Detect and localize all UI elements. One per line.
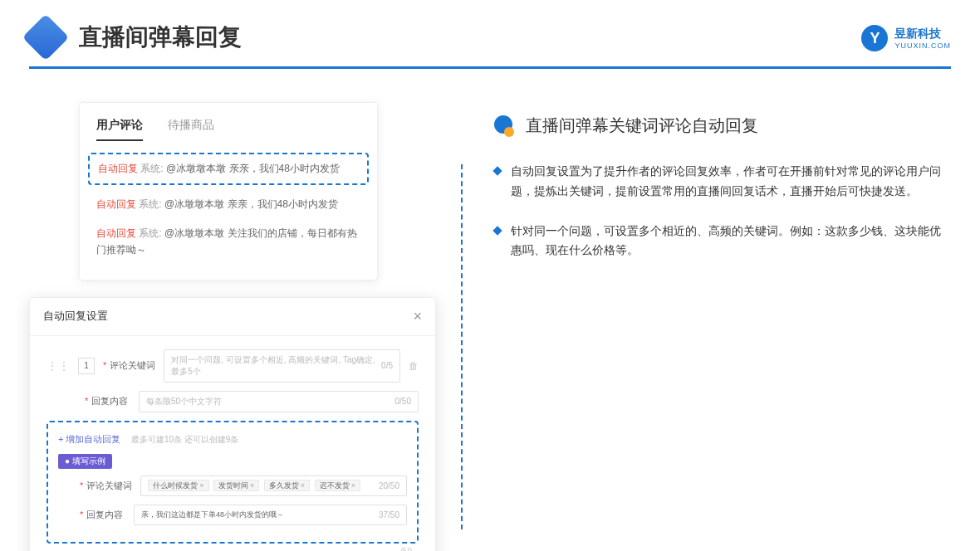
keyword-chip: 迟不发货×	[315, 480, 360, 491]
example-section: + 增加自动回复 最多可建10条 还可以创建9条 ● 填写示例 *评论关键词 什…	[47, 421, 419, 544]
bullet-item: 针对同一个问题，可设置多个相近的、高频的关键词。例如：这款多少钱、这块能优惠吗、…	[494, 222, 951, 261]
auto-reply-tag: 自动回复	[98, 163, 138, 174]
system-label: 系统:	[139, 227, 161, 239]
keyword-chip: 多久发货×	[264, 480, 310, 491]
connector-line	[461, 164, 463, 529]
reply-input[interactable]: 每条限50个中文字符 0/50	[139, 391, 419, 412]
example-badge: ● 填写示例	[58, 454, 112, 469]
keyword-chip: 什么时候发货×	[148, 480, 208, 491]
reply-label: *回复内容	[85, 395, 130, 407]
comment-text: @冰墩墩本墩 亲亲，我们48小时内发货	[166, 163, 340, 174]
cube-icon	[22, 14, 70, 61]
bullet-text: 自动回复设置为了提升作者的评论回复效率，作者可在开播前针对常见的评论用户问题，提…	[511, 162, 951, 202]
bullet-text: 针对同一个问题，可设置多个相近的、高频的关键词。例如：这款多少钱、这块能优惠吗、…	[511, 222, 951, 261]
brand-logo: Y 昱新科技 YUUXIN.COM	[861, 25, 951, 51]
auto-reply-tag: 自动回复	[96, 227, 136, 239]
page-title: 直播间弹幕回复	[79, 22, 242, 53]
drag-handle-icon[interactable]: ⋮⋮	[47, 359, 70, 373]
add-auto-reply-link[interactable]: + 增加自动回复	[58, 433, 120, 446]
example-keyword-label: *评论关键词	[80, 480, 132, 492]
comment-item-highlighted: 自动回复 系统: @冰墩墩本墩 亲亲，我们48小时内发货	[88, 153, 369, 185]
comment-item: 自动回复 系统: @冰墩墩本墩 关注我们的店铺，每日都有热门推荐呦～	[96, 219, 360, 264]
section-title: 直播间弹幕关键词评论自动回复	[526, 115, 758, 137]
brand-cn: 昱新科技	[894, 27, 951, 41]
tab-pending-products[interactable]: 待播商品	[168, 118, 214, 141]
brand-en: YUUXIN.COM	[894, 41, 951, 50]
example-reply-label: *回复内容	[80, 509, 125, 521]
row-number: 1	[78, 358, 95, 374]
keyword-input[interactable]: 对同一个问题, 可设置多个相近, 高频的关键词, Tag确定, 最多5个 0/5	[164, 349, 400, 383]
tab-user-comments[interactable]: 用户评论	[96, 118, 143, 141]
modal-title: 自动回复设置	[43, 309, 108, 324]
diamond-icon	[492, 166, 502, 175]
bottom-counter: /50	[47, 544, 419, 551]
delete-icon[interactable]: 🗑	[409, 360, 419, 372]
system-label: 系统:	[140, 163, 163, 174]
brand-icon: Y	[861, 25, 888, 51]
auto-reply-tag: 自动回复	[96, 198, 136, 210]
add-hint: 最多可建10条 还可以创建9条	[131, 435, 238, 444]
example-keyword-input[interactable]: 什么时候发货× 发货时间× 多久发货× 迟不发货× 20/50	[140, 475, 407, 496]
comment-text: @冰墩墩本墩 关注我们的店铺，每日都有热门推荐呦～	[96, 227, 357, 255]
diamond-icon	[492, 226, 502, 235]
comment-text: @冰墩墩本墩 亲亲，我们48小时内发货	[164, 198, 338, 210]
example-reply-input[interactable]: 亲，我们这边都是下单48小时内发货的哦～ 37/50	[134, 505, 407, 525]
bullet-item: 自动回复设置为了提升作者的评论回复效率，作者可在开播前针对常见的评论用户问题，提…	[494, 162, 951, 202]
auto-reply-settings-modal: 自动回复设置 × ⋮⋮ 1 *评论关键词 对同一个问题, 可设置多个相近, 高频…	[29, 297, 436, 551]
close-icon[interactable]: ×	[413, 308, 422, 325]
system-label: 系统:	[139, 198, 161, 210]
keyword-label: *评论关键词	[103, 359, 155, 372]
keyword-chip: 发货时间×	[213, 480, 259, 491]
comment-card: 用户评论 待播商品 自动回复 系统: @冰墩墩本墩 亲亲，我们48小时内发货 自…	[79, 102, 378, 280]
comment-item: 自动回复 系统: @冰墩墩本墩 亲亲，我们48小时内发货	[96, 190, 360, 219]
section-icon	[494, 115, 516, 137]
